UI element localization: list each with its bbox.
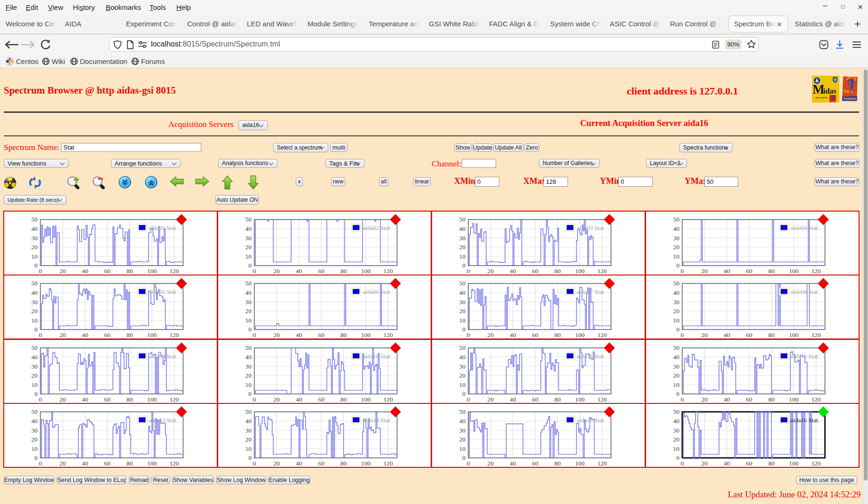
svg-text:40: 40 [245, 225, 252, 232]
svg-text:0: 0 [466, 396, 470, 403]
svg-text:20: 20 [459, 372, 466, 379]
svg-text:40: 40 [724, 460, 730, 467]
svg-text:100: 100 [789, 331, 798, 339]
svg-text:20: 20 [487, 268, 494, 275]
svg-text:0: 0 [34, 390, 38, 397]
svg-text:80: 80 [126, 268, 133, 275]
svg-text:100: 100 [361, 268, 371, 275]
svg-text:40: 40 [31, 417, 38, 425]
svg-text:0: 0 [676, 390, 679, 397]
svg-text:20: 20 [487, 460, 494, 467]
svg-text:100: 100 [575, 460, 584, 467]
svg-text:80: 80 [554, 268, 561, 275]
svg-text:POWERED: POWERED [844, 97, 857, 100]
svg-text:20: 20 [60, 460, 66, 467]
svg-text:0: 0 [248, 326, 252, 333]
svg-text:10: 10 [31, 381, 38, 388]
svg-text:60: 60 [318, 331, 324, 339]
svg-text:powered by: powered by [816, 96, 828, 99]
svg-text:10: 10 [459, 317, 466, 324]
svg-text:40: 40 [510, 331, 516, 339]
svg-text:10: 10 [459, 445, 466, 452]
svg-text:40: 40 [724, 396, 730, 403]
svg-text:100: 100 [575, 268, 584, 275]
svg-text:idas: idas [823, 87, 836, 95]
svg-text:80: 80 [554, 460, 561, 467]
svg-text:50: 50 [245, 409, 252, 416]
svg-text:50: 50 [245, 216, 252, 223]
svg-text:30: 30 [31, 427, 38, 434]
svg-text:40: 40 [31, 289, 38, 296]
svg-text:20: 20 [459, 308, 466, 315]
svg-text:20: 20 [60, 268, 66, 275]
svg-text:20: 20 [487, 396, 494, 403]
svg-text:50: 50 [245, 344, 252, 351]
svg-text:aida11 Stat: aida11 Stat [576, 353, 604, 360]
svg-text:30: 30 [31, 235, 38, 242]
svg-text:60: 60 [318, 396, 324, 403]
svg-text:0: 0 [39, 268, 42, 275]
svg-text:50: 50 [31, 280, 38, 287]
svg-text:0: 0 [39, 396, 42, 403]
svg-text:20: 20 [673, 308, 679, 315]
svg-text:30: 30 [245, 427, 252, 434]
svg-text:120: 120 [383, 268, 393, 275]
svg-text:0: 0 [676, 455, 679, 462]
svg-text:aida05 Stat: aida05 Stat [149, 288, 176, 295]
svg-text:120: 120 [383, 460, 393, 467]
svg-text:60: 60 [104, 268, 110, 275]
svg-text:60: 60 [746, 460, 752, 467]
svg-text:40: 40 [296, 268, 302, 275]
svg-text:0: 0 [253, 460, 256, 467]
svg-text:10: 10 [245, 381, 252, 388]
svg-text:50: 50 [673, 409, 679, 416]
svg-text:40: 40 [82, 460, 88, 467]
svg-text:40: 40 [459, 354, 466, 361]
svg-text:20: 20 [673, 436, 679, 443]
svg-text:10: 10 [459, 253, 466, 260]
svg-text:20: 20 [459, 244, 466, 251]
svg-text:0: 0 [680, 331, 684, 339]
svg-text:100: 100 [147, 268, 157, 275]
svg-text:10: 10 [245, 445, 252, 452]
svg-text:20: 20 [273, 460, 280, 467]
svg-text:30: 30 [459, 362, 466, 370]
svg-text:100: 100 [575, 396, 584, 403]
svg-text:60: 60 [318, 460, 324, 467]
svg-text:10: 10 [31, 445, 38, 452]
svg-text:100: 100 [789, 460, 798, 467]
svg-text:40: 40 [245, 289, 252, 296]
svg-text:0: 0 [253, 331, 256, 339]
svg-text:120: 120 [383, 396, 393, 403]
svg-text:80: 80 [768, 396, 775, 403]
svg-text:10: 10 [459, 381, 466, 388]
svg-text:50: 50 [31, 344, 38, 351]
svg-text:50: 50 [31, 409, 38, 416]
svg-text:0: 0 [248, 455, 252, 462]
svg-text:20: 20 [701, 331, 708, 339]
svg-text:30: 30 [673, 427, 679, 434]
svg-text:40: 40 [459, 225, 466, 232]
svg-text:0: 0 [39, 331, 42, 339]
svg-text:0: 0 [462, 455, 466, 462]
svg-text:aida03 Stat: aida03 Stat [576, 224, 604, 231]
svg-text:0: 0 [248, 390, 252, 397]
svg-text:120: 120 [811, 396, 821, 403]
svg-text:aida04 Stat: aida04 Stat [790, 224, 818, 231]
svg-text:20: 20 [245, 372, 252, 379]
svg-text:0: 0 [462, 390, 466, 397]
svg-text:aida12 Stat: aida12 Stat [790, 353, 818, 360]
svg-text:60: 60 [746, 331, 752, 339]
svg-text:10: 10 [31, 317, 38, 324]
svg-text:80: 80 [554, 331, 561, 339]
svg-text:80: 80 [126, 460, 133, 467]
svg-text:100: 100 [147, 396, 157, 403]
svg-text:10: 10 [245, 253, 252, 260]
svg-text:80: 80 [768, 331, 775, 339]
svg-text:20: 20 [273, 268, 280, 275]
svg-text:0: 0 [462, 262, 466, 269]
svg-text:10: 10 [31, 253, 38, 260]
svg-text:50: 50 [245, 280, 252, 287]
svg-text:100: 100 [789, 268, 798, 275]
svg-text:60: 60 [532, 268, 538, 275]
